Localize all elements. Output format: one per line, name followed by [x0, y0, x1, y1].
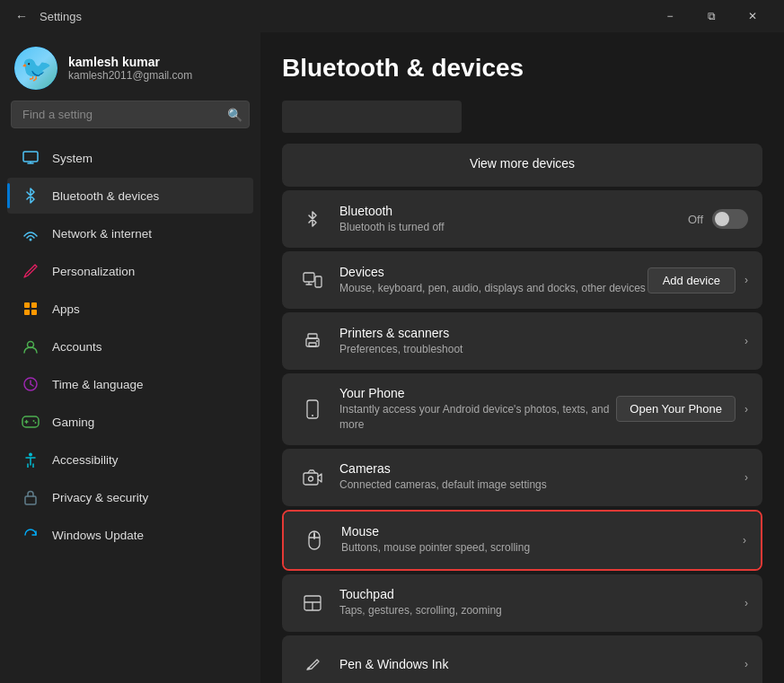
cameras-title: Cameras [339, 461, 744, 476]
back-button[interactable]: ← [11, 5, 32, 27]
printers-row[interactable]: Printers & scanners Preferences, trouble… [282, 312, 762, 370]
printers-right: › [744, 335, 748, 347]
sidebar-item-personalization[interactable]: Personalization [7, 253, 253, 289]
search-input[interactable] [11, 101, 250, 128]
phone-right: Open Your Phone › [616, 396, 748, 422]
touchpad-subtitle: Taps, gestures, scrolling, zooming [339, 603, 744, 618]
sidebar-item-time[interactable]: Time & language [7, 366, 253, 402]
devices-subtitle: Mouse, keyboard, pen, audio, displays an… [339, 281, 647, 296]
phone-row-icon [296, 393, 329, 425]
devices-chevron: › [744, 274, 748, 286]
phone-title: Your Phone [339, 386, 616, 400]
svg-rect-4 [24, 302, 30, 308]
user-email: kamlesh2011@gmail.com [68, 69, 192, 82]
sidebar-label-network: Network & internet [52, 227, 152, 241]
svg-rect-18 [315, 276, 322, 287]
sidebar-item-network[interactable]: Network & internet [7, 215, 253, 251]
user-profile[interactable]: 🐦 kamlesh kumar kamlesh2011@gmail.com [0, 32, 260, 101]
touchpad-title: Touchpad [339, 587, 744, 601]
pen-row-icon [296, 648, 329, 680]
touchpad-row[interactable]: Touchpad Taps, gestures, scrolling, zoom… [282, 574, 762, 632]
svg-rect-23 [309, 343, 316, 346]
sidebar-item-gaming[interactable]: Gaming [7, 404, 253, 440]
pen-chevron: › [744, 658, 748, 670]
mouse-row-icon [298, 524, 330, 556]
svg-rect-27 [304, 473, 318, 485]
open-phone-button[interactable]: Open Your Phone [616, 396, 736, 422]
bluetooth-toggle[interactable] [712, 209, 748, 229]
devices-row[interactable]: Devices Mouse, keyboard, pen, audio, dis… [282, 251, 762, 309]
mouse-chevron: › [743, 534, 746, 547]
sidebar-item-system[interactable]: System [7, 140, 253, 176]
search-icon: 🔍 [227, 108, 242, 122]
sidebar-item-apps[interactable]: Apps [7, 291, 253, 327]
phone-row[interactable]: Your Phone Instantly access your Android… [282, 373, 762, 445]
sidebar-label-accounts: Accounts [52, 340, 102, 354]
minimize-button[interactable]: − [649, 0, 691, 32]
update-icon [22, 526, 40, 544]
add-device-button[interactable]: Add device [647, 267, 736, 293]
mouse-row-text: Mouse Buttons, mouse pointer speed, scro… [341, 524, 743, 556]
system-icon [22, 149, 40, 167]
pen-title: Pen & Windows Ink [339, 657, 744, 671]
cameras-card: Cameras Connected cameras, default image… [282, 449, 762, 506]
window-controls: − ⧉ ✕ [649, 0, 773, 32]
sidebar-item-accounts[interactable]: Accounts [7, 328, 253, 364]
view-more-label: View more devices [470, 156, 575, 171]
printers-card: Printers & scanners Preferences, trouble… [282, 312, 762, 370]
mouse-row[interactable]: Mouse Buttons, mouse pointer speed, scro… [284, 512, 761, 569]
content-search-bar[interactable] [282, 101, 462, 133]
svg-point-3 [30, 239, 32, 241]
svg-point-24 [316, 340, 318, 342]
sidebar-label-time: Time & language [52, 378, 144, 391]
touchpad-card: Touchpad Taps, gestures, scrolling, zoom… [282, 574, 762, 632]
touchpad-chevron: › [744, 597, 748, 609]
accounts-icon [22, 337, 40, 355]
sidebar-item-privacy[interactable]: Privacy & security [7, 479, 253, 515]
mouse-card-highlighted: Mouse Buttons, mouse pointer speed, scro… [282, 510, 762, 571]
pen-row[interactable]: Pen & Windows Ink › [282, 635, 762, 683]
search-box[interactable]: 🔍 [11, 101, 250, 128]
phone-row-text: Your Phone Instantly access your Android… [339, 386, 616, 433]
cameras-row[interactable]: Cameras Connected cameras, default image… [282, 449, 762, 506]
mouse-right: › [743, 534, 746, 547]
phone-chevron: › [744, 403, 748, 416]
user-name: kamlesh kumar [68, 55, 192, 69]
toggle-off-label: Off [688, 213, 703, 226]
titlebar: ← Settings − ⧉ ✕ [0, 0, 784, 32]
mouse-title: Mouse [341, 524, 743, 539]
sidebar-label-accessibility: Accessibility [52, 453, 119, 467]
network-icon [22, 224, 40, 242]
close-button[interactable]: ✕ [732, 0, 773, 32]
sidebar-item-accessibility[interactable]: Accessibility [7, 442, 253, 477]
touchpad-row-icon [296, 587, 329, 619]
printers-subtitle: Preferences, troubleshoot [339, 342, 744, 357]
maximize-button[interactable]: ⧉ [691, 0, 732, 32]
sidebar-label-bluetooth: Bluetooth & devices [52, 189, 159, 203]
printers-row-text: Printers & scanners Preferences, trouble… [339, 326, 744, 357]
apps-icon [22, 300, 40, 318]
avatar: 🐦 [14, 47, 57, 90]
sidebar-label-system: System [52, 152, 92, 165]
sidebar-label-personalization: Personalization [52, 265, 135, 278]
sidebar-label-gaming: Gaming [52, 416, 94, 429]
bluetooth-row[interactable]: Bluetooth Bluetooth is turned off Off [282, 190, 762, 248]
phone-card: Your Phone Instantly access your Android… [282, 373, 762, 445]
pen-right: › [744, 658, 748, 670]
content-area: Bluetooth & devices View more devices Bl… [260, 32, 784, 683]
svg-rect-16 [25, 496, 36, 504]
view-more-button[interactable]: View more devices [282, 144, 762, 183]
sidebar-item-bluetooth[interactable]: Bluetooth & devices [7, 178, 253, 214]
sidebar-item-update[interactable]: Windows Update [7, 517, 253, 553]
devices-row-text: Devices Mouse, keyboard, pen, audio, dis… [339, 265, 647, 296]
cameras-row-icon [296, 461, 329, 494]
svg-point-14 [35, 422, 37, 424]
devices-right: Add device › [647, 267, 748, 293]
time-icon [22, 375, 40, 393]
bluetooth-subtitle: Bluetooth is turned off [339, 220, 688, 235]
devices-card: Devices Mouse, keyboard, pen, audio, dis… [282, 251, 762, 309]
titlebar-title: Settings [40, 10, 649, 23]
printers-title: Printers & scanners [339, 326, 744, 340]
svg-rect-22 [308, 334, 317, 338]
sidebar-label-update: Windows Update [52, 529, 144, 542]
